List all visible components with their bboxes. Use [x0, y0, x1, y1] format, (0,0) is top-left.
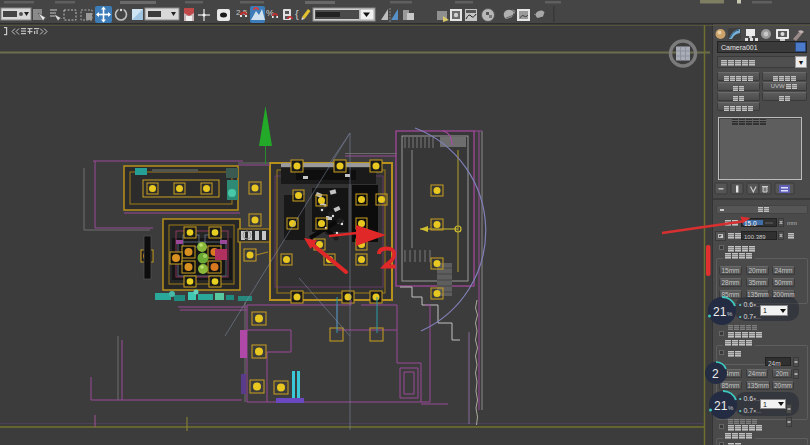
svg-text:%: % [727, 311, 733, 317]
svg-text:2: 2 [712, 367, 719, 381]
svg-text:%: % [728, 405, 734, 411]
svg-text:21: 21 [713, 305, 727, 319]
svg-text:21: 21 [714, 399, 728, 413]
